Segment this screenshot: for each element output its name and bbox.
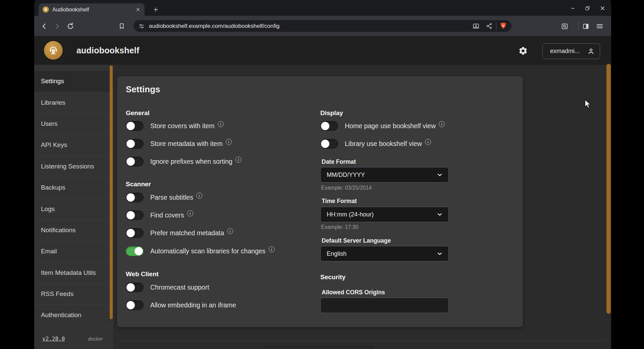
- setting-label: Parse subtitles: [150, 194, 193, 201]
- tab-close-icon[interactable]: [136, 7, 141, 12]
- info-icon[interactable]: i: [187, 210, 193, 216]
- sidebar-item-libraries[interactable]: Libraries: [34, 92, 113, 113]
- time-format-label: Time Format: [322, 198, 357, 205]
- store-metadata-toggle[interactable]: [126, 139, 144, 149]
- info-icon[interactable]: i: [226, 139, 232, 145]
- ignore-prefixes-toggle[interactable]: [126, 157, 144, 166]
- sidebar-item-users[interactable]: Users: [34, 113, 113, 135]
- time-format-value: HH:mm (24-hour): [327, 211, 374, 218]
- language-select[interactable]: English: [320, 246, 449, 261]
- sidebar-item-rss-feeds[interactable]: RSS Feeds: [34, 284, 113, 305]
- sidebar-item-label: API Keys: [41, 141, 67, 149]
- iframe-embed-toggle[interactable]: [126, 300, 144, 310]
- home-bookshelf-toggle[interactable]: [320, 121, 338, 131]
- forward-icon[interactable]: [52, 21, 62, 31]
- setting-label: Ignore prefixes when sorting: [150, 158, 232, 165]
- reload-icon[interactable]: [66, 21, 75, 31]
- info-icon[interactable]: i: [269, 246, 275, 252]
- info-icon[interactable]: i: [196, 193, 202, 199]
- sidebar-item-settings[interactable]: Settings: [34, 71, 113, 92]
- url-text[interactable]: audiobookshelf.example.com/audiobookshel…: [149, 23, 472, 30]
- chromecast-toggle[interactable]: [126, 283, 144, 292]
- address-bar[interactable]: audiobookshelf.example.com/audiobookshel…: [133, 20, 512, 32]
- send-to-device-icon[interactable]: [472, 22, 480, 30]
- language-value: English: [327, 250, 346, 257]
- prefer-matched-metadata-toggle[interactable]: [126, 228, 144, 238]
- toggle-knob: [126, 211, 135, 219]
- library-bookshelf-toggle[interactable]: [320, 139, 338, 149]
- setting-row-chromecast: Chromecast support: [126, 283, 209, 292]
- tab-title: Audiobookshelf: [52, 7, 136, 13]
- next-section-edge: [263, 345, 374, 349]
- setting-label: Home page use bookshelf view: [345, 122, 436, 130]
- time-format-select[interactable]: HH:mm (24-hour): [320, 207, 449, 222]
- menu-hamburger-icon[interactable]: [595, 21, 604, 31]
- account-button[interactable]: exmadmi...: [542, 43, 600, 59]
- info-icon[interactable]: i: [218, 121, 224, 127]
- auto-scan-toggle[interactable]: [126, 246, 144, 256]
- info-icon[interactable]: i: [425, 139, 431, 145]
- setting-row-home-bookshelf: Home page use bookshelf view i: [320, 121, 445, 131]
- setting-label: Prefer matched metadata: [150, 229, 224, 237]
- time-format-example: Example: 17:30: [321, 224, 358, 230]
- sidebar-scrollbar[interactable]: [110, 65, 113, 319]
- sidebar-item-label: Settings: [41, 78, 64, 85]
- window-close-button[interactable]: [597, 4, 608, 12]
- sidebar-item-authentication[interactable]: Authentication: [34, 305, 113, 326]
- page-title: Settings: [126, 84, 160, 95]
- sidebar-item-backups[interactable]: Backups: [34, 177, 113, 198]
- section-general: General: [126, 109, 150, 117]
- info-icon[interactable]: i: [235, 157, 241, 163]
- sidebar-item-label: Item Metadata Utils: [41, 269, 96, 277]
- settings-sidebar: Settings Libraries Users API Keys Listen…: [34, 65, 113, 349]
- setting-row-ignore-prefixes: Ignore prefixes when sorting i: [126, 157, 241, 166]
- window-restore-button[interactable]: [582, 4, 593, 12]
- toggle-knob: [135, 247, 143, 255]
- setting-row-parse-subtitles: Parse subtitles i: [126, 193, 202, 202]
- settings-card: Settings General Store covers with item …: [117, 76, 523, 327]
- audiobookshelf-logo[interactable]: [44, 41, 63, 60]
- window-minimize-button[interactable]: [568, 4, 578, 12]
- cors-origins-input[interactable]: [320, 298, 449, 313]
- bookmark-icon[interactable]: [117, 21, 126, 31]
- info-icon[interactable]: i: [227, 228, 233, 234]
- search-page-icon[interactable]: [560, 21, 569, 31]
- parse-subtitles-toggle[interactable]: [126, 193, 144, 202]
- sidebar-item-label: Listening Sessions: [41, 163, 94, 170]
- share-icon[interactable]: [486, 22, 493, 30]
- info-icon[interactable]: i: [439, 121, 445, 127]
- find-covers-toggle[interactable]: [126, 210, 144, 220]
- sidebar-item-item-metadata-utils[interactable]: Item Metadata Utils: [34, 262, 113, 284]
- sidebar-item-label: Authentication: [41, 311, 81, 319]
- toggle-knob: [126, 229, 135, 237]
- date-format-select[interactable]: MM/DD/YYYY: [320, 167, 449, 183]
- chevron-down-icon: [436, 250, 443, 257]
- sidebar-footer: v2.28.0 docker: [34, 333, 113, 344]
- new-tab-button[interactable]: [151, 4, 161, 14]
- section-web-client: Web Client: [126, 270, 159, 278]
- browser-tab[interactable]: Audiobookshelf: [39, 3, 145, 16]
- sidebar-item-label: Logs: [41, 205, 55, 213]
- toggle-knob: [126, 157, 135, 166]
- toggle-knob: [126, 301, 135, 309]
- sidebar-item-listening-sessions[interactable]: Listening Sessions: [34, 156, 113, 177]
- site-settings-tune-icon[interactable]: [138, 23, 145, 30]
- section-display: Display: [320, 109, 343, 117]
- app-header: audiobookshelf exmadmi...: [34, 36, 611, 65]
- sidebar-item-api-keys[interactable]: API Keys: [34, 135, 113, 156]
- version-link[interactable]: v2.28.0: [42, 336, 65, 342]
- sidebar-item-email[interactable]: Email: [34, 241, 113, 262]
- brave-shield-icon[interactable]: [500, 22, 507, 30]
- sidebar-item-notifications[interactable]: Notifications: [34, 220, 113, 241]
- page-scrollbar[interactable]: [606, 64, 611, 314]
- split-view-icon[interactable]: [581, 21, 590, 31]
- setting-row-iframe: Allow embedding in an iframe: [126, 300, 236, 310]
- browser-toolbar: audiobookshelf.example.com/audiobookshel…: [34, 16, 611, 36]
- toggle-knob: [126, 283, 135, 292]
- store-covers-toggle[interactable]: [126, 121, 144, 131]
- section-security: Security: [320, 273, 345, 281]
- gear-icon[interactable]: [518, 46, 528, 56]
- back-icon[interactable]: [40, 21, 49, 31]
- toggle-knob: [321, 122, 329, 130]
- sidebar-item-logs[interactable]: Logs: [34, 198, 113, 219]
